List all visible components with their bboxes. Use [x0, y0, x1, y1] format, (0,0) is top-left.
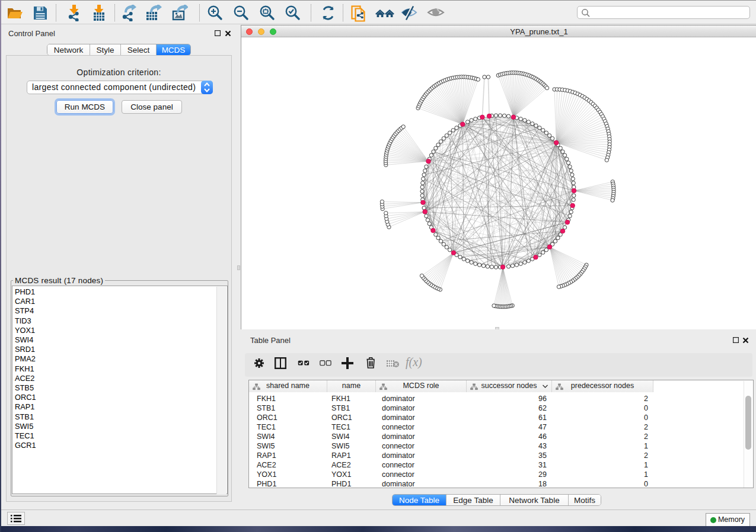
- svg-text:f(x): f(x): [406, 355, 422, 369]
